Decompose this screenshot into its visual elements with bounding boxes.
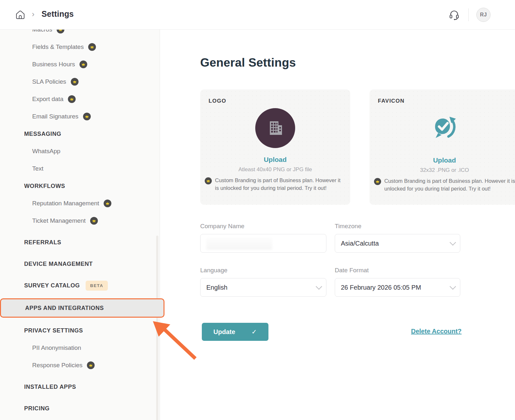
timezone-label: Timezone (335, 223, 361, 230)
sidebar-item-device-management[interactable]: DEVICE MANAGEMENT (0, 255, 160, 273)
sidebar-item-installed-apps[interactable]: INSTALLED APPS (0, 378, 160, 396)
beta-badge: BETA (86, 281, 108, 291)
sidebar-item-label: APPS AND INTEGRATIONS (25, 305, 104, 312)
sidebar-item-business-hours[interactable]: Business Hours (0, 56, 160, 73)
crown-icon (71, 78, 79, 86)
sidebar-item-label: Text (32, 165, 43, 172)
sidebar-item-label: PRICING (24, 405, 50, 412)
home-icon[interactable] (15, 9, 26, 20)
sidebar-item-label: Ticket Management (32, 217, 86, 224)
favicon-card-label: FAVICON (378, 98, 405, 104)
sidebar-item-label: DEVICE MANAGEMENT (24, 261, 93, 267)
crown-icon (374, 178, 381, 185)
sidebar-scrollbar[interactable] (156, 236, 158, 420)
sidebar-item-label: REFERRALS (24, 239, 61, 246)
sidebar-nav: MacrosFields & TemplatesBusiness HoursSL… (0, 21, 160, 417)
update-button[interactable]: Update ✓ (202, 323, 268, 341)
sidebar-item-label: INSTALLED APPS (24, 384, 76, 390)
logo-card-label: LOGO (209, 98, 226, 104)
crown-icon (90, 217, 98, 225)
company-name-input[interactable] (200, 234, 326, 253)
sidebar-item-pii-anonymisation[interactable]: PII Anonymisation (0, 339, 160, 357)
timezone-select[interactable]: Asia/Calcutta (335, 234, 460, 253)
language-label: Language (200, 267, 228, 274)
sidebar-item-label: PII Anonymisation (32, 344, 81, 351)
date-format-value: 26 February 2026 05:05 PM (341, 284, 421, 291)
sidebar-item-workflows[interactable]: WORKFLOWS (0, 177, 160, 195)
breadcrumb-title: Settings (42, 9, 74, 19)
logo-upload-card: LOGO Upload (200, 89, 350, 205)
company-name-label: Company Name (200, 223, 244, 230)
chevron-down-icon (316, 283, 322, 290)
date-format-select[interactable]: 26 February 2026 05:05 PM (335, 278, 460, 297)
crown-icon (87, 361, 95, 369)
building-icon (265, 118, 285, 138)
logo-branding-note-text: Custom Branding is part of Business plan… (215, 177, 341, 192)
favicon-upload-card: FAVICON Upload 32x32 .PNG or .ICO Custom… (370, 89, 515, 205)
company-logo-preview[interactable] (255, 108, 295, 148)
favicon-upload-link[interactable]: Upload (433, 156, 456, 164)
header-divider (468, 8, 469, 21)
sidebar-item-pricing[interactable]: PRICING (0, 400, 160, 417)
sidebar-item-label: PRIVACY SETTINGS (24, 327, 83, 334)
sidebar-item-privacy-settings[interactable]: PRIVACY SETTINGS (0, 322, 160, 339)
app-root: › Settings RJ MacrosFields & TemplatesBu… (0, 0, 515, 420)
sidebar-item-apps-and-integrations[interactable]: APPS AND INTEGRATIONS (0, 298, 164, 318)
sidebar-item-referrals[interactable]: REFERRALS (0, 234, 160, 251)
sidebar-item-label: WhatsApp (32, 148, 61, 155)
top-bar: › Settings RJ (0, 0, 515, 30)
sidebar-item-label: WORKFLOWS (24, 183, 65, 190)
crown-icon (104, 200, 111, 207)
chevron-down-icon (450, 239, 456, 246)
sidebar-item-text[interactable]: Text (0, 160, 160, 177)
sparrow-bird-icon (430, 113, 459, 143)
logo-upload-link[interactable]: Upload (264, 156, 286, 163)
sidebar-item-label: Reputation Management (32, 200, 99, 207)
sidebar-item-response-policies[interactable]: Response Policies (0, 357, 160, 374)
sidebar-item-label: Export data (32, 96, 63, 103)
sidebar-item-whatsapp[interactable]: WhatsApp (0, 143, 160, 160)
crown-icon (205, 177, 212, 184)
breadcrumb-chevron-icon: › (32, 10, 34, 19)
favicon-preview[interactable] (429, 113, 460, 144)
crown-icon (88, 43, 96, 51)
sidebar-item-ticket-management[interactable]: Ticket Management (0, 212, 160, 229)
sidebar-item-reputation-management[interactable]: Reputation Management (0, 195, 160, 212)
page-title: General Settings (200, 56, 296, 70)
check-icon: ✓ (251, 328, 257, 336)
favicon-branding-note: Custom Branding is part of Business plan… (374, 177, 515, 193)
timezone-value: Asia/Calcutta (341, 240, 379, 247)
logo-upload-hint: Atleast 40x40 PNG or JPG file (239, 166, 312, 173)
sidebar-item-email-signatures[interactable]: Email Signatures (0, 108, 160, 125)
chevron-down-icon (450, 283, 456, 290)
sidebar-item-label: MESSAGING (24, 131, 61, 137)
sidebar-item-survey-catalog[interactable]: SURVEY CATALOGBETA (0, 277, 160, 294)
language-select[interactable]: English (200, 278, 326, 297)
sidebar-item-sla-policies[interactable]: SLA Policies (0, 73, 160, 90)
sidebar-item-label: SURVEY CATALOG (24, 282, 80, 289)
update-button-label: Update (213, 328, 235, 336)
sidebar-item-messaging[interactable]: MESSAGING (0, 125, 160, 143)
crown-icon (68, 95, 76, 103)
sidebar: MacrosFields & TemplatesBusiness HoursSL… (0, 30, 160, 420)
crown-icon (83, 113, 91, 120)
sidebar-item-label: SLA Policies (32, 78, 66, 85)
favicon-upload-hint: 32x32 .PNG or .ICO (420, 167, 469, 173)
language-value: English (206, 284, 228, 291)
date-format-label: Date Format (335, 267, 369, 274)
sidebar-item-label: Response Policies (32, 362, 82, 369)
sidebar-item-label: Business Hours (32, 61, 75, 68)
favicon-branding-note-text: Custom Branding is part of Business plan… (384, 177, 515, 193)
sidebar-item-export-data[interactable]: Export data (0, 90, 160, 108)
sidebar-item-label: Email Signatures (32, 113, 79, 120)
crown-icon (80, 61, 87, 68)
headset-support-icon[interactable] (449, 9, 459, 20)
delete-account-link[interactable]: Delete Account? (411, 328, 462, 335)
logo-branding-note: Custom Branding is part of Business plan… (205, 177, 344, 192)
sidebar-item-label: Fields & Templates (32, 43, 84, 51)
redacted-company-name (206, 238, 272, 250)
sidebar-item-fields-templates[interactable]: Fields & Templates (0, 38, 160, 56)
avatar[interactable]: RJ (476, 8, 491, 22)
